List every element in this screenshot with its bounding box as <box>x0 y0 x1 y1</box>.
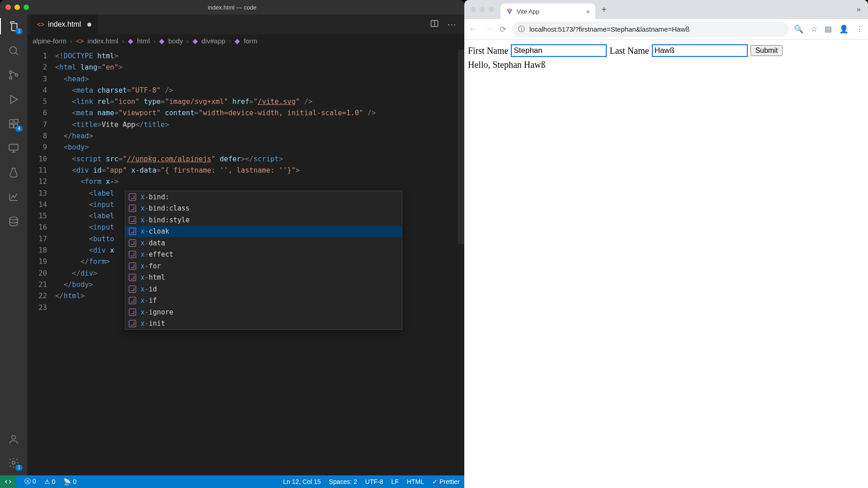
html-file-icon: <> <box>37 21 44 28</box>
vite-favicon-icon <box>506 8 513 15</box>
suggest-item[interactable]: x-bind:style <box>125 214 402 226</box>
breadcrumb-item[interactable]: div#app <box>202 37 226 45</box>
remote-explorer-icon[interactable] <box>7 142 20 155</box>
split-editor-icon[interactable] <box>430 19 439 30</box>
intellisense-popup[interactable]: x-bind:x-bind:classx-bind:stylex-cloakx-… <box>125 191 402 330</box>
status-language[interactable]: HTML <box>407 478 424 485</box>
browser-menu-icon[interactable]: ⋮ <box>856 24 863 34</box>
browser-tabstrip: Vite App × + » <box>464 0 868 19</box>
extensions-icon[interactable]: 4 <box>7 117 20 130</box>
address-bar[interactable]: ⓘ localhost:5173/?firstname=Stephan&last… <box>512 22 788 37</box>
vscode-activitybar: 1 4 <box>0 14 27 475</box>
code-editor[interactable]: 1234567891011121314151617181920212223 <!… <box>27 48 464 475</box>
svg-point-10 <box>12 435 16 439</box>
nav-reload-icon[interactable]: ⟳ <box>500 24 506 34</box>
status-spaces[interactable]: Spaces: 2 <box>329 478 357 485</box>
testing-icon[interactable] <box>7 166 20 179</box>
browser-zoom-icon[interactable] <box>489 7 494 12</box>
input-firstname[interactable] <box>511 44 607 57</box>
breadcrumb-item[interactable]: alpine-form <box>33 37 66 45</box>
explorer-icon[interactable]: 1 <box>7 20 20 33</box>
vscode-statusbar: ⓧ 0 ⚠ 0 📡 0 Ln 12, Col 15 Spaces: 2 UTF-… <box>0 475 464 488</box>
status-eol[interactable]: LF <box>392 478 399 485</box>
line-gutter: 1234567891011121314151617181920212223 <box>27 48 55 475</box>
breadcrumb-item[interactable]: index.html <box>88 37 118 45</box>
source-control-icon[interactable] <box>7 69 20 81</box>
breadcrumb-item[interactable]: form <box>244 37 257 45</box>
status-warnings[interactable]: ⚠ 0 <box>44 478 56 485</box>
status-prettier[interactable]: ✓ Prettier <box>432 478 460 485</box>
browser-close-icon[interactable] <box>471 7 476 12</box>
profile-avatar-icon[interactable]: 👤 <box>839 24 849 34</box>
browser-toolbar: ← → ⟳ ⓘ localhost:5173/?firstname=Stepha… <box>464 19 868 40</box>
suggest-label: x-bind:class <box>141 204 189 212</box>
suggest-item[interactable]: x-data <box>125 237 402 249</box>
suggest-item[interactable]: x-effect <box>125 249 402 261</box>
zoom-icon[interactable]: 🔍 <box>794 24 803 34</box>
suggest-label: x-cloak <box>141 227 169 235</box>
database-icon[interactable] <box>7 215 20 228</box>
remote-indicator-icon[interactable] <box>0 475 16 488</box>
property-icon <box>129 216 136 224</box>
reading-list-icon[interactable]: ▤ <box>825 24 832 34</box>
browser-tab[interactable]: Vite App × <box>500 4 595 19</box>
property-icon <box>129 309 136 316</box>
extensions-badge: 4 <box>15 126 23 132</box>
site-info-icon[interactable]: ⓘ <box>518 25 525 33</box>
svg-rect-8 <box>9 144 18 150</box>
svg-point-0 <box>9 47 16 53</box>
code-content[interactable]: <!DOCTYPE html> <html lang="en"> <head> … <box>55 48 464 475</box>
new-tab-icon[interactable]: + <box>597 3 611 16</box>
suggest-label: x-data <box>141 239 165 247</box>
suggest-item[interactable]: x-for <box>125 260 402 272</box>
svg-point-11 <box>12 461 15 465</box>
suggest-item[interactable]: x-html <box>125 272 402 284</box>
nav-back-icon[interactable]: ← <box>469 24 477 34</box>
suggest-label: x-effect <box>141 250 173 258</box>
label-firstname: First Name <box>468 46 508 56</box>
status-errors[interactable]: ⓧ 0 <box>24 478 36 486</box>
breadcrumb-item[interactable]: body <box>168 37 183 45</box>
svg-point-2 <box>9 77 12 79</box>
nav-forward-icon[interactable]: → <box>484 24 492 34</box>
input-lastname[interactable] <box>652 44 748 57</box>
zoom-window-icon[interactable] <box>24 5 29 10</box>
suggest-label: x-init <box>141 319 165 328</box>
browser-minimize-icon[interactable] <box>480 7 485 12</box>
breadcrumbs[interactable]: alpine-form› <>index.html› ◆html› ◆body›… <box>27 34 464 48</box>
suggest-item[interactable]: x-cloak <box>125 226 402 238</box>
browser-tab-title: Vite App <box>517 8 539 15</box>
tab-index-html[interactable]: <> index.html <box>31 14 98 34</box>
suggest-item[interactable]: x-ignore <box>125 306 402 318</box>
status-encoding[interactable]: UTF-8 <box>365 478 383 485</box>
graph-icon[interactable] <box>7 191 20 203</box>
tab-close-icon[interactable]: × <box>586 8 590 15</box>
dirty-indicator-icon <box>87 23 91 27</box>
settings-gear-icon[interactable]: 1 <box>7 456 20 469</box>
minimize-window-icon[interactable] <box>14 5 20 10</box>
status-ports[interactable]: 📡 0 <box>63 478 76 485</box>
status-cursor[interactable]: Ln 12, Col 15 <box>283 478 321 485</box>
svg-rect-7 <box>14 119 18 123</box>
svg-rect-5 <box>9 124 13 128</box>
suggest-item[interactable]: x-id <box>125 283 402 295</box>
account-icon[interactable] <box>7 433 20 446</box>
browser-window: Vite App × + » ← → ⟳ ⓘ localhost:5173/?f… <box>464 0 868 488</box>
tabstrip-chevron-icon[interactable]: » <box>853 5 864 14</box>
suggest-item[interactable]: x-bind:class <box>125 203 402 215</box>
suggest-label: x-bind: <box>141 193 169 201</box>
suggest-label: x-id <box>141 285 157 293</box>
close-window-icon[interactable] <box>5 5 11 10</box>
suggest-item[interactable]: x-bind: <box>125 191 402 203</box>
property-icon <box>129 297 136 304</box>
breadcrumb-item[interactable]: html <box>137 37 150 45</box>
submit-button[interactable]: Submit <box>750 45 783 56</box>
url-text: localhost:5173/?firstname=Stephan&lastna… <box>529 25 689 33</box>
more-actions-icon[interactable]: ⋯ <box>447 19 457 30</box>
run-debug-icon[interactable] <box>7 93 20 106</box>
suggest-item[interactable]: x-if <box>125 295 402 307</box>
suggest-item[interactable]: x-init <box>125 318 402 330</box>
search-icon[interactable] <box>7 44 20 57</box>
bookmark-star-icon[interactable]: ☆ <box>811 24 817 34</box>
property-icon <box>129 274 136 281</box>
